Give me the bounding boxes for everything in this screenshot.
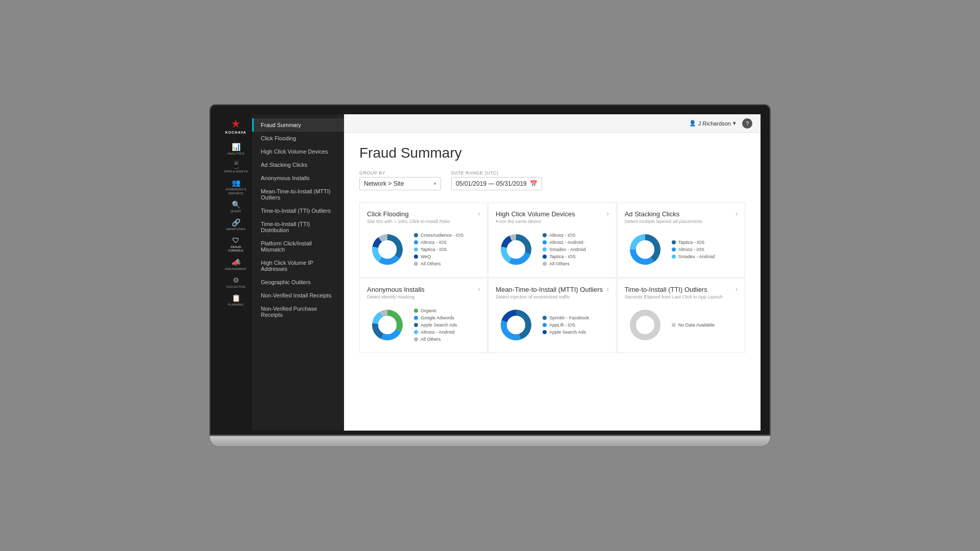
menu-item-platform-click-mismatch[interactable]: Platform Click/Install Mismatch (252, 237, 344, 256)
legend-item: WeQ (414, 254, 463, 259)
nav-icon-analytics[interactable]: 📊ANALYTICS (222, 140, 250, 158)
legend-list-click-flooding: CrossAudience - iOS Altrooz - iOS Taptic… (414, 233, 463, 266)
menu-item-ad-stacking-clicks[interactable]: Ad Stacking Clicks (252, 158, 344, 171)
menu-item-fraud-summary[interactable]: Fraud Summary (252, 118, 344, 132)
legend-item: Taptica - iOS (543, 254, 586, 259)
group-by-select[interactable]: Network > Site (359, 177, 441, 190)
donut-chart-mtti-outliers (496, 305, 536, 345)
date-range-filter: DATE RANGE (UTC) 05/01/2019 — 05/31/2019… (451, 170, 542, 190)
calendar-icon[interactable]: 📅 (530, 180, 537, 187)
user-name[interactable]: J Richardson (698, 120, 731, 127)
legend-dot (414, 330, 418, 334)
nav-icon-smartlinks[interactable]: 🔗SMARTLINKS (222, 216, 250, 234)
nav-icon-query[interactable]: 🔍QUERY (222, 198, 250, 216)
help-button[interactable]: ? (742, 118, 752, 129)
menu-item-tti-distribution[interactable]: Time-to-Install (TTI) Distribution (252, 217, 344, 237)
legend-label: Organic (421, 308, 437, 313)
nav-icon-planning[interactable]: 📋PLANNING (222, 291, 250, 309)
fraud-console-icon: 🛡 (232, 236, 239, 244)
legend-dot (414, 337, 418, 341)
legend-dot (543, 323, 547, 327)
legend-item: Altrooz - iOS (672, 247, 715, 252)
user-info: 👤 J Richardson ▾ (689, 120, 736, 127)
charts-grid: Click Flooding › Site IDs with > 1001 Cl… (359, 203, 745, 353)
legend-list-high-click-volume-devices: Altrooz - iOS Altrooz - Android Smadex -… (543, 233, 586, 266)
legend-label: No Data Available (678, 322, 715, 328)
donut-chart-high-click-volume-devices (496, 229, 536, 270)
legend-dot (414, 262, 418, 266)
menu-sidebar: Fraud SummaryClick FloodingHigh Click Vo… (252, 114, 344, 431)
legend-label: Google Adwords (421, 315, 454, 320)
user-dropdown-icon[interactable]: ▾ (733, 120, 736, 127)
legend-dot (414, 316, 418, 320)
nav-icon-apps-assets[interactable]: 📱APPS & ASSETS (222, 158, 250, 176)
audiences-icon: 👥 (232, 179, 240, 187)
chart-arrow-mtti-outliers[interactable]: › (607, 286, 609, 293)
legend-item: No Data Available (672, 322, 715, 328)
legend-item: All Others (543, 261, 586, 266)
menu-item-high-click-ip[interactable]: High Click Volume IP Addresses (252, 256, 344, 276)
planning-icon: 📋 (232, 294, 240, 302)
chart-body-anonymous-installs: Organic Google Adwords Apple Search Ads … (367, 305, 480, 345)
legend-dot (543, 262, 547, 266)
legend-label: All Others (421, 337, 441, 342)
legend-dot (414, 323, 418, 327)
legend-item: Sprinklr - Facebook (543, 315, 589, 320)
chart-title-high-click-volume-devices: High Click Volume Devices (496, 210, 575, 218)
icon-sidebar: ★ KOCHAVA 📊ANALYTICS📱APPS & ASSETS👥AUDIE… (219, 114, 252, 431)
menu-item-high-click-devices[interactable]: High Click Volume Devices (252, 145, 344, 158)
svg-point-4 (507, 316, 525, 334)
chart-header-click-flooding: Click Flooding › (367, 210, 480, 218)
menu-item-mtti-outliers[interactable]: Mean-Time-to-Install (MTTI) Outliers (252, 185, 344, 204)
page-title: Fraud Summary (359, 145, 745, 161)
chart-subtitle-click-flooding: Site IDs with > 1001 Click-to-Install Ra… (367, 219, 480, 224)
legend-item: Organic (414, 308, 457, 313)
chart-subtitle-ad-stacking-clicks: Detect multiple layered ad placements (625, 219, 738, 224)
date-range-input[interactable]: 05/01/2019 — 05/31/2019 📅 (451, 177, 542, 190)
nav-icon-fraud-console[interactable]: 🛡FRAUD CONSOLE (222, 234, 250, 255)
chart-card-tti-outliers: Time-to-Install (TTI) Outliers › Seconds… (617, 278, 745, 353)
legend-label: Smadex - Android (549, 247, 586, 252)
svg-point-3 (378, 316, 397, 334)
chart-body-tti-outliers: No Data Available (625, 305, 738, 345)
legend-dot (543, 247, 547, 252)
donut-chart-anonymous-installs (367, 305, 408, 345)
legend-label: All Others (421, 261, 441, 266)
menu-item-non-verified-purchases[interactable]: Non-Verified Purchase Receipts (252, 302, 344, 321)
menu-item-click-flooding[interactable]: Click Flooding (252, 132, 344, 145)
legend-label: Altrooz - iOS (549, 233, 575, 238)
smartlinks-icon: 🔗 (232, 218, 240, 227)
menu-item-non-verified-installs[interactable]: Non-Verified Install Receipts (252, 289, 344, 302)
legend-dot (672, 240, 676, 244)
nav-icon-audiences[interactable]: 👥AUDIENCES & REPORTS (222, 176, 250, 197)
chart-header-anonymous-installs: Anonymous Installs › (367, 286, 480, 293)
legend-label: Taptica - iOS (678, 240, 705, 245)
donut-chart-click-flooding (367, 229, 408, 270)
legend-dot (672, 255, 676, 259)
legend-item: All Others (414, 261, 463, 266)
menu-item-geo-outliers[interactable]: Geographic Outliers (252, 276, 344, 289)
top-bar: 👤 J Richardson ▾ ? (344, 114, 761, 133)
chart-body-ad-stacking-clicks: Taptica - iOS Altrooz - iOS Smadex - And… (625, 229, 738, 270)
nav-icon-collective[interactable]: ⚙COLLECTIVE (222, 273, 250, 291)
chart-arrow-high-click-volume-devices[interactable]: › (607, 210, 609, 217)
legend-item: Altrooz - Android (543, 240, 586, 245)
chart-subtitle-tti-outliers: Seconds Elapsed from Last Click to App L… (625, 294, 738, 299)
chart-subtitle-high-click-volume-devices: From the same device (496, 219, 608, 224)
chart-title-anonymous-installs: Anonymous Installs (367, 286, 425, 293)
legend-list-ad-stacking-clicks: Taptica - iOS Altrooz - iOS Smadex - And… (672, 240, 715, 259)
chart-arrow-click-flooding[interactable]: › (478, 210, 480, 217)
chart-title-tti-outliers: Time-to-Install (TTI) Outliers (625, 286, 707, 293)
chart-arrow-anonymous-installs[interactable]: › (478, 286, 480, 293)
svg-point-1 (507, 240, 525, 259)
legend-item: Taptica - iOS (414, 247, 463, 252)
logo-area: ★ KOCHAVA (225, 118, 246, 134)
chart-arrow-tti-outliers[interactable]: › (736, 286, 738, 293)
menu-item-tti-outliers[interactable]: Time-to-Install (TTI) Outliers (252, 204, 344, 217)
legend-dot (414, 240, 418, 244)
legend-item: Altrooz - iOS (414, 240, 463, 245)
menu-item-anonymous-installs[interactable]: Anonymous Installs (252, 171, 344, 185)
chart-arrow-ad-stacking-clicks[interactable]: › (736, 210, 738, 217)
chart-card-anonymous-installs: Anonymous Installs › Detect identity mas… (359, 278, 487, 353)
nav-icon-engagement[interactable]: 📣ENGAGEMENT (222, 256, 250, 273)
